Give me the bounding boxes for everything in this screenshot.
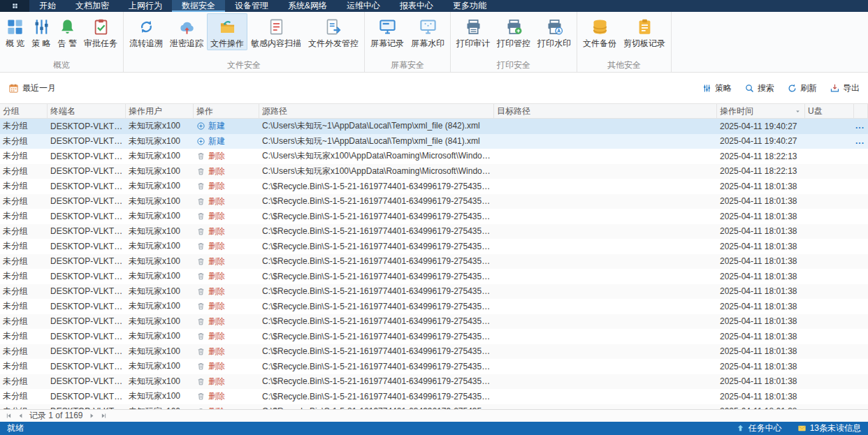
column-header-label: 分组 [3,105,20,117]
table-row[interactable]: 未分组DESKTOP-VLKTLE1未知玩家x100删除C:\$Recycle.… [0,179,868,194]
column-header[interactable]: 操作时间 [717,104,805,118]
trash-icon [196,362,205,371]
menu-tab[interactable]: 更多功能 [443,0,496,12]
ribbon-button[interactable]: 文件备份 [579,13,620,50]
ribbon-button[interactable]: 打印水印 [534,13,574,50]
cell-time: 2025-04-11 18:01:38 [717,286,805,296]
table-row[interactable]: 未分组DESKTOP-VLKTLE1未知玩家x100删除C:\$Recycle.… [0,344,868,360]
table-row[interactable]: 未分组DESKTOP-VLKTLE1未知玩家x100删除C:\$Recycle.… [0,239,868,254]
table-row[interactable]: 未分组DESKTOP-VLKTLE1未知玩家x100新建C:\Users\未知玩… [0,134,868,149]
cell-source-path: C:\Users\未知玩家x100\AppData\Roaming\Micros… [259,165,494,177]
table-row[interactable]: 未分组DESKTOP-VLKTLE1未知玩家x100删除C:\$Recycle.… [0,209,868,224]
cell-source-path: C:\$Recycle.Bin\S-1-5-21-1619774401-6349… [259,286,494,296]
ribbon-button[interactable]: 泄密追踪 [166,13,207,50]
export-button[interactable]: 导出 [830,82,860,94]
column-header[interactable]: U盘 [805,104,854,118]
table-row[interactable]: 未分组DESKTOP-VLKTLE1未知玩家x100新建C:\Users\未知玩… [0,119,868,134]
menu-tab[interactable]: 系统&网络 [278,0,337,12]
table-row[interactable]: 未分组DESKTOP-VLKTLE1未知玩家x100删除C:\$Recycle.… [0,404,868,410]
column-header[interactable] [854,104,868,118]
table-row[interactable]: 未分组DESKTOP-VLKTLE1未知玩家x100删除C:\$Recycle.… [0,359,868,374]
first-page-button[interactable] [6,413,12,419]
ribbon-group-label: 文件安全 [126,59,362,72]
ribbon-button[interactable]: 概 览 [2,13,28,50]
cell-source-path: C:\$Recycle.Bin\S-1-5-21-1619774401-6349… [259,272,494,281]
ribbon-button[interactable]: 审批任务 [80,13,121,50]
date-range-filter[interactable]: 最近一月 [8,82,56,94]
column-header[interactable]: 操作用户 [126,104,194,118]
task-center-button[interactable]: 任务中心 [736,422,782,434]
time-filter-caret-icon[interactable] [794,108,802,115]
menu-tab[interactable]: 运维中心 [337,0,390,12]
search-button[interactable]: 搜索 [744,82,774,94]
next-page-button[interactable] [89,413,95,419]
column-header[interactable]: 目标路径 [494,104,717,118]
column-header[interactable]: 操作 [194,104,259,118]
cell-time: 2025-04-11 18:01:38 [717,196,805,206]
table-row[interactable]: 未分组DESKTOP-VLKTLE1未知玩家x100删除C:\$Recycle.… [0,194,868,209]
cell-operation: 删除 [194,390,259,402]
unread-messages-button[interactable]: 13条未读信息 [797,422,861,434]
menu-tab[interactable]: 报表中心 [390,0,443,12]
menu-tab[interactable]: 开始 [29,0,66,12]
trash-icon [196,272,205,281]
cell-terminal: DESKTOP-VLKTLE1 [48,152,126,161]
status-ready-text: 就绪 [7,422,24,434]
filter-actions: 策略搜索刷新导出 [702,82,860,94]
cell-time: 2025-04-11 18:01:38 [717,346,805,356]
column-header[interactable]: 源路径 [259,104,494,118]
column-header-label: 操作 [196,105,213,117]
table-row[interactable]: 未分组DESKTOP-VLKTLE1未知玩家x100删除C:\Users\未知玩… [0,164,868,179]
cell-time: 2025-04-11 18:22:13 [717,152,805,161]
cell-source-path: C:\$Recycle.Bin\S-1-5-21-1619774401-6349… [259,392,494,401]
file-operation-icon [218,17,237,36]
ribbon-button[interactable]: 告 警 [55,13,80,50]
cell-time: 2025-04-11 18:01:38 [717,302,805,311]
menu-tab[interactable]: 文档加密 [66,0,119,12]
ribbon-button[interactable]: 文件外发管控 [305,13,362,50]
ribbon-button[interactable]: 文件操作 [207,13,247,50]
menu-tab[interactable]: 上网行为 [119,0,172,12]
ribbon-button[interactable]: 屏幕水印 [407,13,448,50]
prev-page-button[interactable] [17,413,24,419]
table-row[interactable]: 未分组DESKTOP-VLKTLE1未知玩家x100删除C:\Users\未知玩… [0,149,868,164]
ribbon-button[interactable]: 策 略 [28,13,54,50]
refresh-button[interactable]: 刷新 [787,82,817,94]
table-row[interactable]: 未分组DESKTOP-VLKTLE1未知玩家x100删除C:\$Recycle.… [0,374,868,390]
ribbon-button[interactable]: 打印管控 [493,13,534,50]
table-row[interactable]: 未分组DESKTOP-VLKTLE1未知玩家x100删除C:\$Recycle.… [0,329,868,344]
ribbon-button[interactable]: 打印审计 [453,13,493,50]
status-bar: 就绪 任务中心 13条未读信息 [0,422,868,435]
menu-tab[interactable]: 设备管理 [225,0,278,12]
cell-terminal: DESKTOP-VLKTLE1 [48,286,126,296]
cell-group: 未分组 [0,240,48,252]
ribbon-button[interactable]: 敏感内容扫描 [247,13,305,50]
table-row[interactable]: 未分组DESKTOP-VLKTLE1未知玩家x100删除C:\$Recycle.… [0,389,868,404]
cell-user: 未知玩家x100 [126,135,194,147]
cell-group: 未分组 [0,390,48,402]
app-logo[interactable] [0,0,29,12]
table-row[interactable]: 未分组DESKTOP-VLKTLE1未知玩家x100删除C:\$Recycle.… [0,314,868,330]
ribbon-button-label: 敏感内容扫描 [251,39,301,47]
column-header[interactable]: 终端名 [48,104,126,118]
table-row[interactable]: 未分组DESKTOP-VLKTLE1未知玩家x100删除C:\$Recycle.… [0,269,868,284]
row-menu-button[interactable]: ... [855,140,865,143]
ribbon-button[interactable]: 剪切板记录 [620,13,669,50]
table-row[interactable]: 未分组DESKTOP-VLKTLE1未知玩家x100删除C:\$Recycle.… [0,224,868,239]
last-page-button[interactable] [101,413,107,419]
table-row[interactable]: 未分组DESKTOP-VLKTLE1未知玩家x100删除C:\$Recycle.… [0,284,868,300]
operation-label: 删除 [208,360,225,372]
menu-tab[interactable]: 数据安全 [172,0,225,12]
operation-label: 删除 [208,330,225,342]
ribbon-button[interactable]: 流转追溯 [126,13,166,50]
row-menu-button[interactable]: ... [855,124,865,128]
ribbon-button[interactable]: 屏幕记录 [367,13,407,50]
cell-terminal: DESKTOP-VLKTLE1 [48,376,126,386]
cell-time: 2025-04-11 18:01:38 [717,182,805,191]
table-row[interactable]: 未分组DESKTOP-VLKTLE1未知玩家x100删除C:\$Recycle.… [0,299,868,314]
cell-user: 未知玩家x100 [126,210,194,222]
table-row[interactable]: 未分组DESKTOP-VLKTLE1未知玩家x100删除C:\$Recycle.… [0,254,868,270]
column-header[interactable]: 分组 [0,104,48,118]
cell-group: 未分组 [0,376,48,388]
policy-button[interactable]: 策略 [702,82,732,94]
